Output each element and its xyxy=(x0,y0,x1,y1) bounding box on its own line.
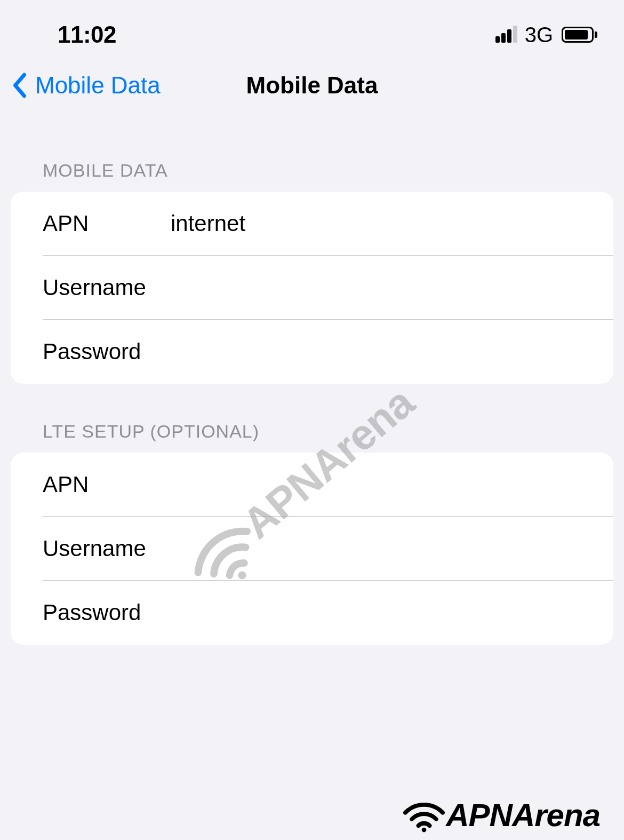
lte-apn-input[interactable] xyxy=(171,472,581,497)
password-label: Password xyxy=(43,339,171,364)
row-lte-username[interactable]: Username xyxy=(11,517,613,581)
row-apn[interactable]: APN xyxy=(11,192,613,256)
chevron-back-icon xyxy=(12,73,28,98)
svg-point-1 xyxy=(422,828,427,833)
password-input[interactable] xyxy=(171,339,581,364)
apn-label: APN xyxy=(43,211,171,236)
wifi-icon xyxy=(400,796,448,834)
lte-password-label: Password xyxy=(43,600,171,625)
status-bar: 11:02 3G xyxy=(0,0,624,59)
status-indicators: 3G xyxy=(495,23,597,47)
group-lte-setup: APN Username Password xyxy=(11,453,613,645)
row-lte-apn[interactable]: APN xyxy=(11,453,613,517)
back-button[interactable]: Mobile Data xyxy=(12,72,161,99)
watermark-bottom: APNArena xyxy=(400,796,600,834)
signal-icon xyxy=(495,27,517,43)
back-label: Mobile Data xyxy=(35,72,161,99)
watermark-text: APNArena xyxy=(446,797,600,834)
username-label: Username xyxy=(43,275,171,300)
lte-password-input[interactable] xyxy=(171,600,581,625)
status-time: 11:02 xyxy=(58,21,116,48)
row-password[interactable]: Password xyxy=(11,320,613,384)
page-title: Mobile Data xyxy=(246,72,378,99)
content: MOBILE DATA APN Username Password LTE SE… xyxy=(0,117,624,645)
section-header-lte: LTE SETUP (OPTIONAL) xyxy=(11,384,613,453)
username-input[interactable] xyxy=(171,275,581,300)
lte-username-label: Username xyxy=(43,536,171,561)
group-mobile-data: APN Username Password xyxy=(11,192,613,384)
lte-apn-label: APN xyxy=(43,472,171,497)
lte-username-input[interactable] xyxy=(171,536,581,561)
row-username[interactable]: Username xyxy=(11,256,613,320)
section-header-mobile-data: MOBILE DATA xyxy=(11,117,613,192)
row-lte-password[interactable]: Password xyxy=(11,581,613,645)
battery-icon xyxy=(562,27,597,43)
network-type: 3G xyxy=(525,23,553,47)
navigation-bar: Mobile Data Mobile Data xyxy=(0,59,624,117)
apn-input[interactable] xyxy=(171,211,581,236)
